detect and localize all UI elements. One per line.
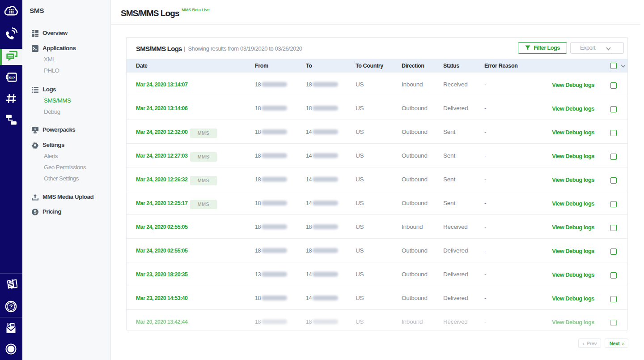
svg-text:$: $: [34, 209, 37, 214]
svg-text:$: $: [8, 323, 10, 328]
svg-text:SIP: SIP: [9, 76, 15, 80]
svg-text:?: ?: [9, 303, 13, 310]
